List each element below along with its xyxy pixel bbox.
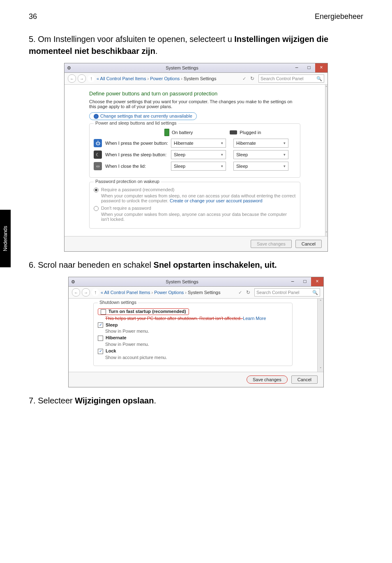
maximize-button[interactable]: □	[303, 63, 315, 72]
chapter-title: Energiebeheer	[315, 12, 363, 21]
group1-label: Power and sleep buttons and lid settings	[94, 120, 178, 125]
sleep-option: Sleep	[98, 322, 288, 328]
battery-icon	[164, 129, 169, 136]
row-lid-label: When I close the lid:	[105, 164, 171, 169]
minimize-button[interactable]: –	[286, 277, 299, 286]
sleep-desc: Show in Power menu.	[105, 329, 288, 334]
step-6: 6. Scrol naar beneden en schakel Snel op…	[29, 259, 363, 271]
window-title: System Settings	[74, 65, 291, 70]
refresh-icon[interactable]: ↻	[246, 290, 250, 295]
lock-checkbox[interactable]	[98, 349, 103, 354]
sel-val: Sleep	[236, 152, 248, 157]
hibernate-checkbox[interactable]	[98, 336, 103, 341]
change-unavailable-text: Change settings that are currently unava…	[100, 114, 192, 118]
fast-startup-label: Turn on fast startup (recommended)	[108, 309, 186, 314]
search-placeholder: Search Control Panel	[256, 290, 300, 295]
crumb-b[interactable]: Power Options	[154, 290, 184, 295]
step-7-num: 7.	[29, 396, 38, 405]
chevron-down-icon: ▾	[221, 164, 223, 168]
save-button[interactable]: Save changes	[251, 240, 292, 248]
shutdown-settings-group: Shutdown settings Turn on fast startup (…	[93, 303, 293, 366]
col-battery: On battery	[172, 130, 193, 135]
create-password-link[interactable]: Create or change your user account passw…	[170, 198, 263, 203]
crumb-b[interactable]: Power Options	[150, 76, 180, 81]
chevron-down-icon: ▾	[284, 164, 286, 168]
chevron-down-icon: ▾	[284, 141, 286, 145]
window-buttons: – □ ×	[286, 277, 323, 286]
scroll-bar[interactable]: ˄˅	[325, 85, 327, 236]
hibernate-option: Hibernate	[98, 335, 288, 341]
content-heading: Define power buttons and turn on passwor…	[89, 90, 300, 97]
back-button[interactable]: ←	[72, 288, 80, 297]
chevron-down-icon: ▾	[221, 153, 223, 157]
power-battery-select[interactable]: Hibernate▾	[171, 139, 226, 148]
power-buttons-group: Power and sleep buttons and lid settings…	[89, 123, 300, 178]
dialog-footer: Save changes Cancel	[65, 236, 327, 251]
refresh-icon[interactable]: ↻	[250, 76, 254, 81]
row-sleep-label: When I press the sleep button:	[105, 152, 171, 157]
change-unavailable-link[interactable]: Change settings that are currently unava…	[89, 112, 197, 120]
forward-button[interactable]: →	[82, 288, 90, 297]
lid-battery-select[interactable]: Sleep▾	[171, 162, 226, 171]
sleep-checkbox[interactable]	[98, 322, 103, 328]
minimize-button[interactable]: –	[291, 63, 303, 72]
row-close-lid: ▭ When I close the lid: Sleep▾ Sleep▾	[94, 162, 296, 171]
step-5-text-c: .	[155, 46, 158, 56]
lock-label: Lock	[106, 348, 116, 353]
row-sleep-button: ☾ When I press the sleep button: Sleep▾ …	[94, 150, 296, 159]
step-7: 7. Selecteer Wijzigingen opslaan.	[29, 395, 363, 407]
fast-startup-desc: This helps start your PC faster after sh…	[105, 316, 288, 321]
address-bar: ← → ↑ « All Control Panel Items›Power Op…	[65, 73, 327, 85]
window-buttons: – □ ×	[291, 63, 327, 72]
lid-plugged-select[interactable]: Sleep▾	[233, 162, 288, 171]
require-password-desc: When your computer wakes from sleep, no …	[101, 193, 296, 203]
breadcrumb[interactable]: « All Control Panel Items›Power Options›…	[97, 76, 216, 81]
radio-require[interactable]	[94, 188, 99, 192]
chevron-down-icon: ▾	[284, 153, 286, 157]
sleep-plugged-select[interactable]: Sleep▾	[233, 150, 288, 159]
col-plugged: Plugged in	[240, 130, 261, 135]
lock-option: Lock	[98, 348, 288, 354]
search-placeholder: Search Control Panel	[261, 76, 304, 81]
search-input[interactable]: Search Control Panel🔍	[258, 74, 324, 83]
close-button[interactable]: ×	[315, 63, 327, 72]
crumb-a[interactable]: All Control Panel Items	[100, 76, 146, 81]
maximize-button[interactable]: □	[299, 277, 311, 286]
sleep-battery-select[interactable]: Sleep▾	[171, 150, 226, 159]
title-bar: ⚙ System Settings – □ ×	[65, 63, 327, 73]
fast-sub-a: This helps start your PC faster after sh…	[105, 316, 243, 321]
step-6-text: Scrol naar beneden en schakel	[38, 260, 153, 269]
forward-button[interactable]: →	[78, 74, 86, 83]
sel-val: Sleep	[174, 152, 185, 157]
up-button[interactable]: ↑	[92, 289, 99, 296]
require-password-label: Require a password (recommended)	[101, 187, 175, 192]
scroll-bar[interactable]: ˄˅	[317, 299, 323, 371]
sel-val: Hibernate	[236, 141, 256, 146]
require-password-option: Require a password (recommended) When yo…	[94, 187, 296, 203]
step-5-num: 5.	[29, 35, 38, 44]
step-5: 5. Om Instellingen voor afsluiten te ope…	[29, 33, 363, 57]
learn-more-link[interactable]: Learn More	[243, 316, 266, 321]
dont-require-desc: When your computer wakes from sleep, any…	[101, 212, 296, 222]
power-plugged-select[interactable]: Hibernate▾	[233, 139, 288, 148]
step-7-text-a: Selecteer	[38, 396, 75, 405]
chevron-down-icon: ▾	[221, 141, 223, 145]
row-power-label: When I press the power button:	[105, 141, 171, 146]
crumb-a[interactable]: All Control Panel Items	[104, 290, 150, 295]
close-button[interactable]: ×	[311, 277, 323, 286]
cancel-button[interactable]: Cancel	[291, 375, 318, 384]
back-button[interactable]: ←	[68, 74, 76, 83]
save-button[interactable]: Save changes	[247, 375, 288, 384]
language-tab-label: Nederlands	[2, 226, 8, 251]
crumb-c: System Settings	[188, 290, 220, 295]
up-button[interactable]: ↑	[88, 75, 95, 82]
title-bar: ⚙ System Settings – □ ×	[69, 277, 323, 287]
search-input[interactable]: Search Control Panel🔍	[254, 288, 320, 297]
plug-icon	[230, 130, 237, 134]
fast-startup-checkbox[interactable]	[101, 309, 106, 315]
radio-dont-require[interactable]	[94, 206, 99, 211]
cancel-button[interactable]: Cancel	[295, 240, 322, 248]
row-power-button: ⏻ When I press the power button: Hiberna…	[94, 139, 296, 148]
breadcrumb[interactable]: « All Control Panel Items›Power Options›…	[101, 290, 220, 295]
system-settings-dialog-2: ⚙ System Settings – □ × ← → ↑ « All Cont…	[68, 277, 324, 387]
